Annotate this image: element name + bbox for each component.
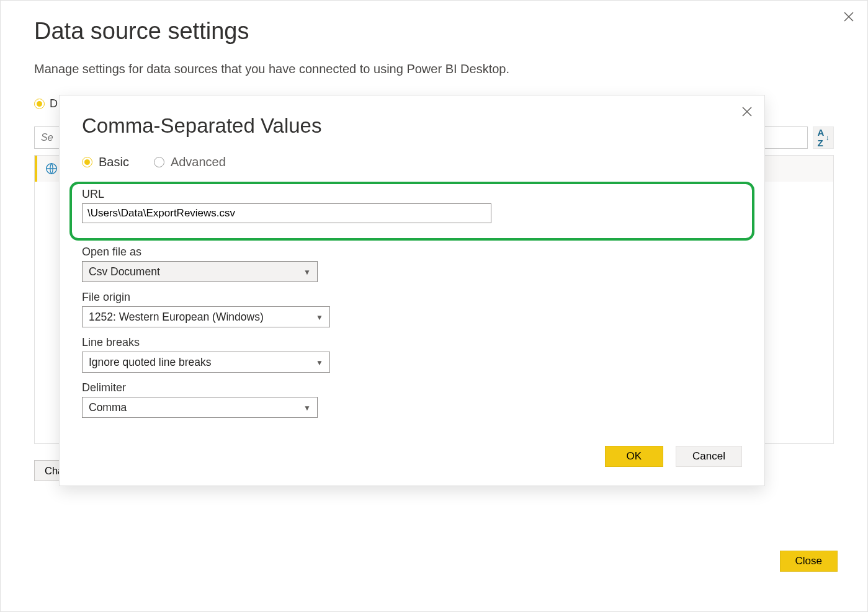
search-placeholder: Se: [41, 132, 53, 143]
url-highlight: URL: [69, 182, 754, 241]
open-as-dropdown[interactable]: Csv Document ▼: [82, 261, 318, 282]
line-breaks-value: Ignore quoted line breaks: [89, 356, 212, 369]
url-input[interactable]: [82, 203, 491, 223]
sort-az-icon: AZ: [818, 127, 825, 148]
line-breaks-dropdown[interactable]: Ignore quoted line breaks ▼: [82, 352, 330, 373]
page-description: Manage settings for data sources that yo…: [34, 62, 834, 76]
close-icon[interactable]: [841, 9, 856, 24]
delimiter-value: Comma: [89, 401, 127, 414]
close-button[interactable]: Close: [780, 551, 838, 572]
globe-icon: [45, 162, 58, 175]
radio-icon[interactable]: [34, 99, 45, 109]
delimiter-label: Delimiter: [82, 381, 742, 394]
chevron-down-icon: ▼: [303, 404, 311, 412]
modal-title: Comma-Separated Values: [82, 114, 742, 138]
url-label: URL: [82, 188, 742, 201]
chevron-down-icon: ▼: [316, 313, 323, 322]
open-as-value: Csv Document: [89, 265, 160, 278]
sort-button[interactable]: AZ ↓: [813, 126, 834, 149]
arrow-down-icon: ↓: [825, 133, 829, 142]
file-origin-label: File origin: [82, 291, 742, 304]
csv-settings-modal: Comma-Separated Values Basic Advanced UR…: [59, 95, 765, 486]
radio-icon: [82, 157, 92, 167]
cancel-button[interactable]: Cancel: [676, 446, 742, 467]
ok-button[interactable]: OK: [605, 446, 664, 467]
mode-basic-label: Basic: [99, 155, 129, 169]
page-title: Data source settings: [34, 18, 834, 45]
mode-basic[interactable]: Basic: [82, 155, 129, 169]
chevron-down-icon: ▼: [316, 358, 323, 367]
open-as-label: Open file as: [82, 246, 742, 259]
file-origin-value: 1252: Western European (Windows): [89, 311, 264, 324]
scope-label-fragment: D: [50, 97, 58, 110]
radio-icon: [154, 157, 164, 167]
mode-advanced[interactable]: Advanced: [154, 155, 226, 169]
chevron-down-icon: ▼: [303, 268, 311, 277]
modal-close-icon[interactable]: [740, 104, 754, 119]
file-origin-dropdown[interactable]: 1252: Western European (Windows) ▼: [82, 306, 330, 327]
delimiter-dropdown[interactable]: Comma ▼: [82, 397, 318, 418]
mode-advanced-label: Advanced: [171, 155, 226, 169]
line-breaks-label: Line breaks: [82, 336, 742, 349]
